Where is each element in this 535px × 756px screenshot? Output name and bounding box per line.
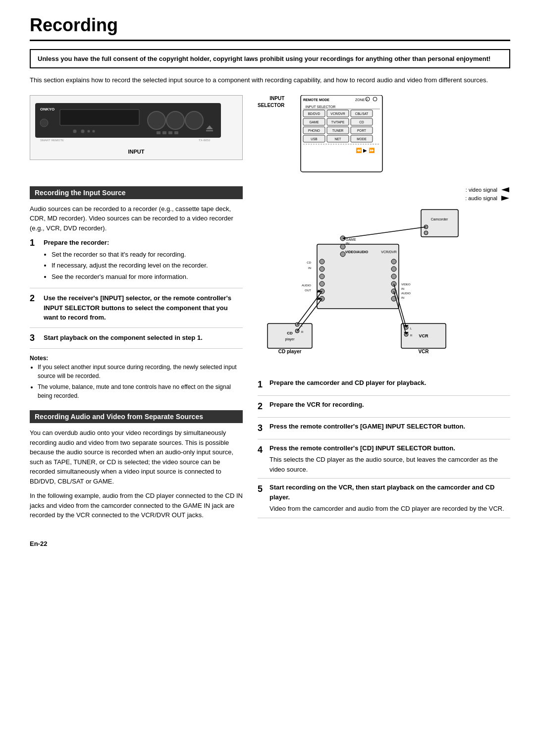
svg-text:TX-8050: TX-8050: [199, 139, 211, 142]
signal-legend: : video signal : audio signal: [258, 186, 510, 202]
step2-content: Use the receiver's [INPUT] selector, or …: [44, 293, 243, 323]
svg-text:R: R: [301, 330, 304, 333]
connection-diagram-svg: VIDEO/AUDIO VCR/DVR CD IN AUDIO OUT VIDE…: [258, 205, 461, 373]
svg-text:INPUT SELECTOR: INPUT SELECTOR: [306, 105, 335, 108]
svg-text:USB: USB: [311, 137, 318, 141]
step-right-2: 2 Prepare the VCR for recording.: [258, 400, 510, 418]
intro-text: This section explains how to record the …: [30, 75, 510, 85]
section2-right: : video signal : audio signal VIDEO/AUDI…: [258, 186, 510, 522]
notes-list: If you select another input source durin…: [38, 363, 243, 400]
notes-section: Notes: If you select another input sourc…: [30, 354, 243, 400]
section2-intro2: In the following example, audio from the…: [30, 491, 243, 520]
svg-text:VIDEO/AUDIO: VIDEO/AUDIO: [345, 250, 369, 254]
svg-text:PHONO: PHONO: [308, 129, 320, 132]
section2-steps: 1 Prepare the camcorder and CD player fo…: [258, 378, 510, 518]
receiver-svg: ONKYO: [35, 101, 223, 145]
svg-text:GAME: GAME: [310, 120, 320, 124]
svg-text:ONKYO: ONKYO: [40, 107, 54, 111]
page-footer: En-22: [30, 540, 510, 547]
svg-point-99: [424, 231, 428, 235]
step-right-2-num: 2: [258, 400, 267, 413]
svg-text:player: player: [285, 337, 295, 341]
step3-text: Start playback on the component selected…: [44, 334, 203, 341]
step-right-4-text: Press the remote controller's [CD] INPUT…: [269, 444, 455, 452]
svg-text:IN: IN: [401, 296, 404, 299]
svg-text:VCR/DVR: VCR/DVR: [381, 250, 397, 254]
svg-text:VCR/DVR: VCR/DVR: [331, 112, 346, 115]
svg-point-82: [340, 252, 345, 257]
section1-intro: Audio sources can be recorded to a recor…: [30, 204, 243, 233]
svg-point-3: [40, 119, 48, 127]
svg-point-60: [320, 274, 324, 279]
svg-text:IN: IN: [308, 267, 311, 270]
section2-header: Recording Audio and Video from Separate …: [30, 410, 243, 423]
video-signal-text: : video signal: [466, 187, 497, 193]
step1-title: Prepare the recorder:: [44, 239, 109, 246]
svg-point-8: [148, 111, 165, 129]
step-right-1-content: Prepare the camcorder and CD player for …: [269, 378, 510, 391]
svg-marker-54: [501, 196, 509, 201]
step-right-5-content: Start recording on the VCR, then start p…: [269, 483, 510, 514]
step-right-5-num: 5: [258, 483, 267, 514]
step-right-1-num: 1: [258, 378, 267, 391]
svg-text:BD/DVD: BD/DVD: [308, 112, 321, 115]
step1-num: 1: [30, 238, 40, 283]
svg-point-69: [391, 267, 396, 271]
svg-rect-16: [206, 130, 213, 131]
svg-text:CD: CD: [287, 331, 293, 335]
svg-text:VIDEO: VIDEO: [401, 283, 411, 286]
svg-text:AUDIO: AUDIO: [401, 292, 411, 295]
step-right-4-num: 4: [258, 443, 267, 475]
step1-bullet2: If necessary, adjust the recording level…: [52, 261, 243, 270]
svg-rect-12: [162, 131, 166, 134]
step-right-4: 4 Press the remote controller's [CD] INP…: [258, 443, 510, 479]
svg-text:GAME: GAME: [346, 238, 356, 241]
step-right-5: 5 Start recording on the VCR, then start…: [258, 483, 510, 518]
svg-point-59: [320, 267, 324, 271]
svg-text:SMART REMOTE: SMART REMOTE: [40, 139, 64, 142]
step1-content: Prepare the recorder: Set the recorder s…: [44, 238, 243, 283]
step1: 1 Prepare the recorder: Set the recorder…: [30, 238, 243, 288]
svg-point-10: [185, 111, 203, 129]
svg-point-68: [391, 259, 396, 264]
svg-text:TUNER: TUNER: [332, 129, 344, 132]
audio-signal-legend: : audio signal: [465, 195, 510, 202]
svg-point-70: [391, 274, 396, 279]
svg-point-61: [320, 281, 324, 286]
step-right-5-sub: Video from the camcorder and audio from …: [269, 504, 510, 514]
svg-text:PORT: PORT: [357, 129, 366, 132]
svg-point-4: [73, 129, 77, 133]
svg-text:CBL/SAT: CBL/SAT: [355, 112, 369, 115]
video-signal-legend: : video signal: [466, 186, 510, 193]
step-right-2-text: Prepare the VCR for recording.: [269, 401, 364, 408]
svg-text:NET: NET: [335, 137, 341, 141]
svg-text:VCR: VCR: [418, 349, 429, 354]
svg-point-6: [87, 130, 90, 133]
svg-point-5: [81, 129, 85, 133]
svg-rect-11: [157, 131, 160, 134]
step-right-3-content: Press the remote controller's [GAME] INP…: [269, 422, 510, 435]
svg-line-107: [394, 291, 406, 334]
remote-svg: REMOTE MODE ZONE 2 INPUT SELECTOR BD/DVD…: [291, 95, 390, 174]
svg-rect-83: [268, 324, 312, 348]
step1-bullet1: Set the recorder so that it's ready for …: [52, 250, 243, 260]
step3: 3 Start playback on the component select…: [30, 333, 243, 349]
notes-title: Notes:: [30, 355, 48, 362]
step2-num: 2: [30, 293, 40, 323]
audio-signal-icon: [500, 195, 510, 202]
svg-rect-14: [174, 131, 178, 134]
svg-point-7: [92, 130, 95, 133]
step-right-4-content: Press the remote controller's [CD] INPUT…: [269, 443, 510, 475]
step-right-3-text: Press the remote controller's [GAME] INP…: [269, 423, 465, 430]
note1: If you select another input source durin…: [38, 363, 243, 380]
video-signal-icon: [500, 186, 510, 193]
svg-text:OUT: OUT: [305, 289, 311, 292]
svg-point-9: [166, 111, 184, 129]
svg-line-104: [343, 227, 426, 238]
svg-text:CD: CD: [360, 120, 365, 124]
step1-bullet3: See the recorder's manual for more infor…: [52, 272, 243, 282]
audio-signal-text: : audio signal: [465, 195, 497, 201]
warning-box: Unless you have the full consent of the …: [30, 49, 510, 68]
section1-area: Recording the Input Source Audio sources…: [30, 186, 243, 525]
svg-marker-52: [501, 187, 509, 192]
